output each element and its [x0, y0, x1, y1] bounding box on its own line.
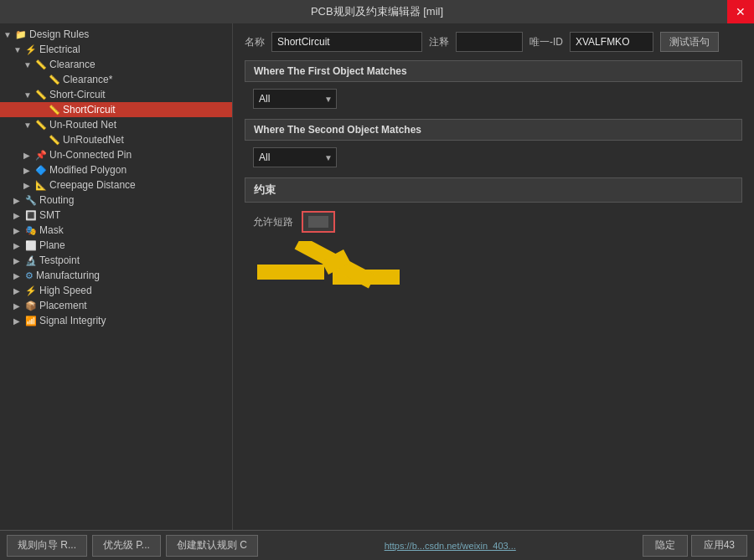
bottom-left-buttons: 规则向导 R... 优先级 P... 创建默认规则 C [7, 535, 258, 557]
first-object-row: All Net Net Class Layer ▼ [245, 89, 742, 109]
second-object-dropdown-wrapper: All Net Net Class Layer ▼ [253, 147, 337, 167]
tree-item-mask[interactable]: ▶ 🎭 Mask [0, 223, 232, 238]
expand-arrow: ▶ [13, 271, 23, 280]
tree-label: SMT [39, 209, 60, 221]
tree-item-placement[interactable]: ▶ 📦 Placement [0, 298, 232, 313]
expand-arrow: ▼ [13, 45, 23, 54]
comment-input[interactable] [456, 32, 523, 52]
close-button[interactable]: ✕ [727, 0, 754, 23]
expand-arrow: ▼ [23, 90, 34, 100]
tree-label: Placement [39, 300, 87, 311]
tree-label: Mask [39, 224, 64, 236]
expand-arrow: ▼ [23, 121, 34, 130]
folder-icon: 🔧 [25, 195, 37, 206]
tree-item-unroutednet[interactable]: ▶ 📏 UnRoutedNet [0, 132, 232, 147]
rule-icon: 🔷 [35, 165, 47, 176]
tree-label: Un-Connected Pin [49, 149, 132, 161]
tree-item-smt[interactable]: ▶ 🔳 SMT [0, 208, 232, 223]
rule-icon: ⚡ [25, 44, 37, 55]
tree-item-high-speed[interactable]: ▶ ⚡ High Speed [0, 283, 232, 298]
rule-icon: 📌 [35, 150, 47, 161]
priority-button[interactable]: 优先级 P... [92, 535, 161, 557]
tree-label: UnRoutedNet [63, 134, 124, 146]
tree-label: Routing [39, 194, 74, 206]
expand-arrow: ▶ [13, 196, 23, 205]
unique-id-label: 唯一-ID [529, 35, 563, 49]
second-object-dropdown[interactable]: All Net Net Class Layer [253, 147, 337, 167]
tree-item-signal-integrity[interactable]: ▶ 📶 Signal Integrity [0, 313, 232, 328]
left-panel: ▼ 📁 Design Rules ▼ ⚡ Electrical ▼ 📏 Clea… [0, 23, 233, 530]
tree-item-electrical[interactable]: ▼ ⚡ Electrical [0, 42, 232, 57]
tree-item-shortcircuit[interactable]: ▶ 📏 ShortCircuit [0, 102, 232, 117]
no-short-svg [253, 241, 404, 308]
rule-icon: 📐 [35, 180, 47, 191]
expand-arrow: ▶ [13, 301, 23, 311]
first-object-dropdown[interactable]: All Net Net Class Layer [253, 89, 337, 109]
expand-arrow: ▶ [13, 256, 23, 265]
tree-item-design-rules[interactable]: ▼ 📁 Design Rules [0, 27, 232, 42]
rule-icon: 📏 [49, 135, 60, 146]
comment-label: 注释 [429, 35, 449, 49]
second-object-section-header: Where The Second Object Matches [245, 119, 742, 141]
close-icon: ✕ [736, 5, 746, 18]
svg-rect-0 [257, 265, 324, 280]
allow-short-circuit-row: 允许短路 [245, 211, 742, 233]
tree-item-unconnected-pin[interactable]: ▶ 📌 Un-Connected Pin [0, 147, 232, 162]
bottom-ok-area: 隐定 应用43 [643, 535, 747, 557]
rule-icon: 📏 [35, 90, 47, 100]
no-arrow: ▶ [23, 181, 34, 190]
name-input[interactable] [271, 32, 422, 52]
constraints-section: 约束 允许短路 [245, 177, 742, 308]
no-arrow: ▶ [23, 166, 34, 175]
rule-icon: 📏 [49, 74, 60, 85]
tree-item-manufacturing[interactable]: ▶ ⚙ Manufacturing [0, 268, 232, 283]
folder-icon: 🔳 [25, 210, 37, 221]
tree-item-plane[interactable]: ▶ ⬜ Plane [0, 238, 232, 253]
rule-wizard-button[interactable]: 规则向导 R... [7, 535, 87, 557]
expand-arrow: ▶ [13, 316, 23, 326]
rule-icon: 📏 [49, 105, 60, 116]
unique-id-input[interactable] [570, 32, 653, 52]
tree-label: Plane [39, 239, 65, 251]
tree-item-creepage-distance[interactable]: ▶ 📐 Creepage Distance [0, 177, 232, 193]
tree-item-unrouted-net[interactable]: ▼ 📏 Un-Routed Net [0, 117, 232, 132]
expand-arrow: ▶ [13, 211, 23, 220]
constraints-header: 约束 [245, 177, 742, 203]
test-statement-button[interactable]: 测试语句 [660, 32, 719, 52]
folder-icon: ⚡ [25, 285, 37, 296]
tree-label: Testpoint [39, 254, 80, 266]
link-text[interactable]: https://b...csdn.net/weixin_403... [385, 541, 516, 551]
tree-item-clearance2[interactable]: ▶ 📏 Clearance* [0, 72, 232, 87]
folder-icon: 📦 [25, 301, 37, 311]
folder-icon: ⬜ [25, 240, 37, 251]
tree-item-modified-polygon[interactable]: ▶ 🔷 Modified Polygon [0, 162, 232, 177]
no-arrow: ▶ [23, 151, 34, 160]
allow-short-label: 允许短路 [253, 215, 293, 229]
window-title: PCB规则及约束编辑器 [mil] [311, 4, 443, 19]
tree-label: Electrical [39, 44, 80, 55]
create-default-rules-button[interactable]: 创建默认规则 C [166, 535, 258, 557]
main-layout: ▼ 📁 Design Rules ▼ ⚡ Electrical ▼ 📏 Clea… [0, 23, 754, 530]
title-bar: PCB规则及约束编辑器 [mil] ✕ [0, 0, 754, 23]
second-object-row: All Net Net Class Layer ▼ [245, 147, 742, 167]
no-short-circuit-symbol [253, 241, 421, 308]
allow-short-checkbox[interactable] [302, 211, 335, 233]
tree-label: Un-Routed Net [49, 119, 116, 131]
tree-item-short-circuit[interactable]: ▼ 📏 Short-Circuit [0, 87, 232, 102]
apply-button[interactable]: 应用43 [691, 535, 747, 557]
tree-label: Creepage Distance [49, 179, 136, 191]
first-object-dropdown-wrapper: All Net Net Class Layer ▼ [253, 89, 337, 109]
tree-item-clearance[interactable]: ▼ 📏 Clearance [0, 57, 232, 72]
folder-icon: 🎭 [25, 225, 37, 236]
first-object-section-header: Where The First Object Matches [245, 60, 742, 82]
ok-button[interactable]: 隐定 [643, 535, 688, 557]
tree-item-testpoint[interactable]: ▶ 🔬 Testpoint [0, 253, 232, 268]
tree-item-routing[interactable]: ▶ 🔧 Routing [0, 193, 232, 208]
tree-label: ShortCircuit [63, 104, 116, 116]
tree-label: Short-Circuit [49, 89, 106, 100]
checkbox-indicator [308, 216, 328, 228]
right-panel: 名称 注释 唯一-ID 测试语句 Where The First Object … [233, 23, 754, 530]
tree-label: Signal Integrity [39, 315, 106, 326]
expand-arrow: ▶ [13, 241, 23, 250]
expand-arrow: ▼ [23, 60, 34, 69]
